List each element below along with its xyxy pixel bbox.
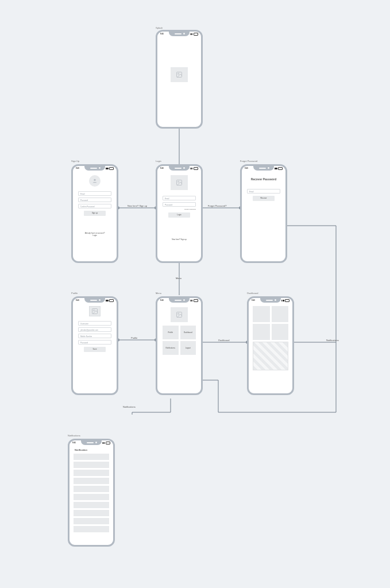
notification-row[interactable] (74, 518, 109, 524)
confirm-password-field[interactable]: Confirm Password (78, 204, 111, 208)
svg-point-8 (178, 314, 179, 315)
screen-menu: 9:41 Profile Dashboard Notifications Log… (156, 296, 203, 395)
svg-point-6 (94, 310, 95, 311)
status-time: 9:41 (76, 299, 79, 301)
status-icons (275, 167, 283, 170)
notification-row[interactable] (74, 470, 109, 476)
dashboard-map[interactable] (253, 342, 288, 370)
screen-label-dashboard: Dashboard (247, 292, 258, 295)
screen-forgot-password: 9:41 Recover Password Email Recover (240, 164, 287, 263)
status-icons (190, 299, 198, 302)
notification-row[interactable] (74, 454, 109, 460)
svg-point-1 (178, 74, 179, 75)
status-icons (190, 167, 198, 170)
screen-label-profile: Profile (71, 292, 78, 295)
screen-label-login: Login (156, 160, 161, 163)
status-time: 9:41 (252, 299, 255, 301)
image-icon (176, 179, 183, 186)
label-signup-link: New here? Sign up (128, 204, 147, 207)
menu-logo (171, 307, 188, 322)
screen-login: 9:41 Email Password Forgot Password? Log… (156, 164, 203, 263)
notification-row[interactable] (74, 526, 109, 532)
email-field[interactable]: Email (247, 189, 280, 194)
status-bar: 9:41 (71, 441, 111, 445)
email-field[interactable]: Email (163, 196, 196, 200)
recover-title: Recover Password (244, 177, 284, 181)
status-time: 9:41 (245, 167, 248, 169)
notification-row[interactable] (74, 462, 109, 468)
notification-row[interactable] (74, 494, 109, 500)
screen-profile: 9:41 Username johndoe@provider.com Mobil… (71, 296, 118, 395)
menu-tile-notifications[interactable]: Notifications (163, 341, 179, 355)
login-footer-signup-link[interactable]: New here? Sign up (159, 238, 199, 241)
status-bar: 9:41 (250, 299, 291, 303)
menu-tile-logout[interactable]: Logout (180, 341, 196, 355)
label-notifications-link: Notifications (123, 405, 136, 408)
screen-splash: 9:41 (156, 30, 203, 129)
status-time: 9:41 (72, 442, 76, 444)
screen-label-splash: Splash (156, 26, 163, 29)
screen-label-notifications: Notifications (68, 434, 80, 437)
status-bar: 9:41 (75, 167, 115, 171)
dashboard-card-1[interactable] (253, 306, 270, 322)
status-bar: 9:41 (75, 299, 115, 303)
notification-row[interactable] (74, 510, 109, 516)
status-bar: 9:41 (159, 32, 199, 36)
image-icon (91, 308, 98, 315)
svg-point-2 (94, 179, 95, 181)
dashboard-card-2[interactable] (272, 306, 289, 322)
splash-logo (171, 67, 188, 82)
notification-row[interactable] (74, 502, 109, 508)
status-time: 9:41 (160, 299, 164, 301)
username-field[interactable]: Username (78, 321, 111, 326)
login-button[interactable]: Login (168, 212, 190, 218)
login-logo (171, 175, 188, 190)
screen-notifications: 9:41 Notification (68, 439, 115, 547)
email-field[interactable]: johndoe@provider.com (78, 327, 111, 332)
forgot-password-link[interactable]: Forgot Password? (163, 208, 196, 210)
notification-row[interactable] (74, 478, 109, 484)
status-icons (102, 442, 110, 444)
image-icon (176, 71, 183, 78)
status-bar: 9:41 (159, 167, 199, 171)
status-bar: 9:41 (159, 299, 199, 303)
signup-footer-login-link[interactable]: Login (75, 234, 115, 237)
screen-label-signup: Sign Up (71, 160, 79, 163)
email-field[interactable]: Email (78, 191, 111, 196)
screen-signup: 9:41 Email Password Confirm Password Sig… (71, 164, 118, 263)
label-notifications-link-2: Notifications (326, 339, 339, 342)
status-time: 9:41 (160, 33, 164, 35)
label-dashboard-link: Dashboard (218, 339, 230, 342)
status-time: 9:41 (160, 167, 164, 169)
status-time: 9:41 (76, 167, 79, 169)
status-icons (281, 299, 289, 302)
image-icon (176, 311, 183, 318)
password-field[interactable]: Password (78, 198, 111, 202)
screen-dashboard: 9:41 (247, 296, 294, 395)
signup-button[interactable]: Sign up (84, 211, 106, 216)
password-field[interactable]: Password (78, 340, 111, 345)
notification-row[interactable] (74, 486, 109, 492)
menu-tile-dashboard[interactable]: Dashboard (180, 326, 196, 339)
screen-label-forgot: Forgot Password (240, 160, 257, 163)
status-icons (190, 33, 198, 36)
menu-tile-profile[interactable]: Profile (163, 326, 179, 339)
recover-button[interactable]: Recover (253, 196, 275, 201)
status-bar: 9:41 (244, 167, 284, 171)
notifications-title: Notification (75, 448, 108, 451)
mobile-field[interactable]: Mobile Number (78, 334, 111, 338)
avatar-placeholder (89, 175, 101, 187)
screen-label-menu: Menu (156, 292, 161, 295)
dashboard-card-4[interactable] (272, 324, 289, 340)
label-menu-link: Menu (176, 277, 182, 280)
status-icons (106, 299, 114, 302)
label-forgot-link: Forgot Password? (208, 204, 226, 207)
svg-point-4 (178, 181, 179, 183)
profile-image[interactable] (89, 306, 101, 316)
label-profile-link: Profile (131, 336, 137, 339)
status-icons (106, 167, 114, 170)
dashboard-card-3[interactable] (253, 324, 270, 340)
password-field[interactable]: Password (163, 202, 196, 207)
wireframe-flow-canvas: New here? Sign up Forgot Password? Menu … (0, 0, 390, 588)
save-button[interactable]: Save (84, 347, 106, 352)
